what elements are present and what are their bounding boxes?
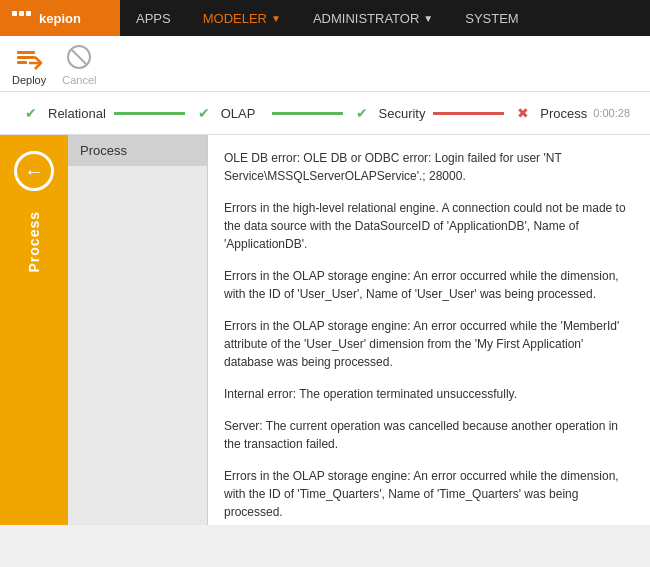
relational-label: Relational <box>48 106 106 121</box>
nav-apps[interactable]: APPS <box>120 0 187 36</box>
step-relational: ✔ Relational <box>20 102 106 124</box>
back-arrow-icon: ← <box>24 160 44 183</box>
process-status-icon: ✖ <box>512 102 534 124</box>
process-step-label: Process <box>540 106 587 121</box>
log-entry: Errors in the OLAP storage engine: An er… <box>224 317 634 371</box>
deploy-button[interactable]: Deploy <box>12 42 46 86</box>
nav-system[interactable]: SYSTEM <box>449 0 534 36</box>
security-status-icon: ✔ <box>351 102 373 124</box>
step-security: ✔ Security <box>351 102 426 124</box>
steps-bar: ✔ Relational ✔ OLAP ✔ Security ✖ Process… <box>0 92 650 135</box>
log-entry: Errors in the OLAP storage engine: An er… <box>224 267 634 303</box>
log-entry: Errors in the high-level relational engi… <box>224 199 634 253</box>
nav-modeler[interactable]: MODELER ▼ <box>187 0 297 36</box>
modeler-arrow-icon: ▼ <box>271 13 281 24</box>
step-line-1 <box>114 112 185 115</box>
top-nav: kepion APPS MODELER ▼ ADMINISTRATOR ▼ SY… <box>0 0 650 36</box>
back-button[interactable]: ← <box>14 151 54 191</box>
svg-line-5 <box>72 50 86 64</box>
left-sidebar: ← Process <box>0 135 68 525</box>
olap-label: OLAP <box>221 106 256 121</box>
step-line-2 <box>272 112 343 115</box>
step-process: ✖ Process 0:00:28 <box>512 102 630 124</box>
relational-status-icon: ✔ <box>20 102 42 124</box>
svg-rect-0 <box>17 51 35 54</box>
admin-arrow-icon: ▼ <box>423 13 433 24</box>
logo[interactable]: kepion <box>0 0 120 36</box>
log-entry: Errors in the OLAP storage engine: An er… <box>224 467 634 521</box>
log-entry: Internal error: The operation terminated… <box>224 385 634 403</box>
svg-rect-2 <box>17 61 27 64</box>
process-panel: Process <box>68 135 208 525</box>
process-time: 0:00:28 <box>593 107 630 119</box>
process-panel-header: Process <box>68 135 207 166</box>
logo-text: kepion <box>39 11 81 26</box>
olap-status-icon: ✔ <box>193 102 215 124</box>
log-entry: Server: The current operation was cancel… <box>224 417 634 453</box>
logo-icon <box>12 11 33 26</box>
main-area: ← Process Process OLE DB error: OLE DB o… <box>0 135 650 525</box>
deploy-label: Deploy <box>12 74 46 86</box>
log-entry: OLE DB error: OLE DB or ODBC error: Logi… <box>224 149 634 185</box>
security-label: Security <box>379 106 426 121</box>
svg-rect-1 <box>17 56 35 59</box>
toolbar: Deploy Cancel <box>0 36 650 92</box>
sidebar-section-label: Process <box>26 211 42 272</box>
nav-administrator[interactable]: ADMINISTRATOR ▼ <box>297 0 449 36</box>
step-olap: ✔ OLAP <box>193 102 264 124</box>
cancel-button[interactable]: Cancel <box>62 42 96 86</box>
cancel-label: Cancel <box>62 74 96 86</box>
log-area: OLE DB error: OLE DB or ODBC error: Logi… <box>208 135 650 525</box>
deploy-icon <box>14 42 44 72</box>
cancel-icon <box>64 42 94 72</box>
step-line-3 <box>433 112 504 115</box>
